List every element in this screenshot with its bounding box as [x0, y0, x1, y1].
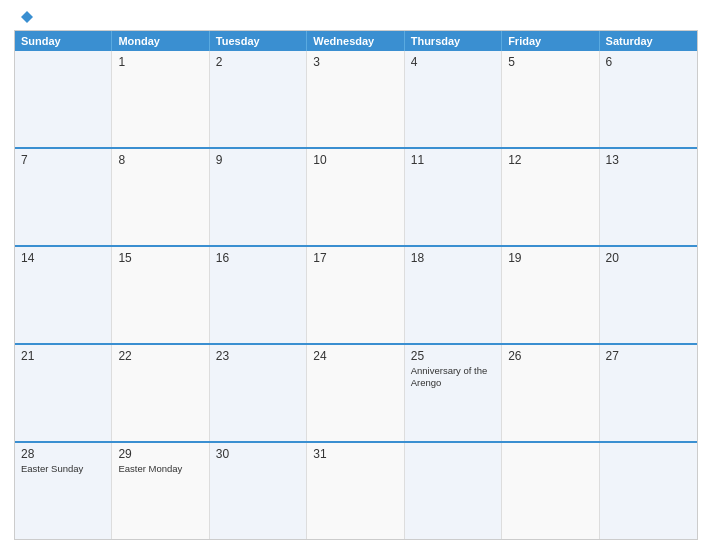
page-header [14, 10, 698, 24]
calendar-cell: 13 [600, 149, 697, 245]
logo [18, 10, 34, 24]
calendar-cell: 11 [405, 149, 502, 245]
day-number: 1 [118, 55, 202, 69]
header-cell-sunday: Sunday [15, 31, 112, 51]
header-cell-saturday: Saturday [600, 31, 697, 51]
calendar-body: 1234567891011121314151617181920212223242… [15, 51, 697, 539]
day-number: 20 [606, 251, 691, 265]
calendar-grid: SundayMondayTuesdayWednesdayThursdayFrid… [14, 30, 698, 540]
header-cell-friday: Friday [502, 31, 599, 51]
day-number: 25 [411, 349, 495, 363]
calendar-cell: 3 [307, 51, 404, 147]
calendar-week-5: 28Easter Sunday29Easter Monday3031 [15, 441, 697, 539]
day-number: 26 [508, 349, 592, 363]
day-number: 18 [411, 251, 495, 265]
calendar-cell: 24 [307, 345, 404, 441]
calendar-cell [502, 443, 599, 539]
day-number: 13 [606, 153, 691, 167]
header-cell-thursday: Thursday [405, 31, 502, 51]
calendar-cell: 1 [112, 51, 209, 147]
day-number: 14 [21, 251, 105, 265]
calendar-week-1: 123456 [15, 51, 697, 147]
calendar-cell: 18 [405, 247, 502, 343]
day-number: 21 [21, 349, 105, 363]
day-number: 22 [118, 349, 202, 363]
day-number: 8 [118, 153, 202, 167]
day-number: 27 [606, 349, 691, 363]
calendar-cell: 26 [502, 345, 599, 441]
day-number: 11 [411, 153, 495, 167]
calendar-cell: 22 [112, 345, 209, 441]
calendar-cell: 27 [600, 345, 697, 441]
header-cell-monday: Monday [112, 31, 209, 51]
day-number: 19 [508, 251, 592, 265]
calendar-cell [405, 443, 502, 539]
calendar-cell: 4 [405, 51, 502, 147]
calendar-cell: 16 [210, 247, 307, 343]
logo-flag-icon [20, 10, 34, 24]
day-number: 10 [313, 153, 397, 167]
calendar-cell: 20 [600, 247, 697, 343]
day-number: 2 [216, 55, 300, 69]
calendar-page: SundayMondayTuesdayWednesdayThursdayFrid… [0, 0, 712, 550]
calendar-week-4: 2122232425Anniversary of the Arengo2627 [15, 343, 697, 441]
day-number: 31 [313, 447, 397, 461]
header-cell-wednesday: Wednesday [307, 31, 404, 51]
calendar-header-row: SundayMondayTuesdayWednesdayThursdayFrid… [15, 31, 697, 51]
calendar-cell: 7 [15, 149, 112, 245]
day-number: 28 [21, 447, 105, 461]
calendar-cell: 6 [600, 51, 697, 147]
day-number: 30 [216, 447, 300, 461]
calendar-cell: 23 [210, 345, 307, 441]
calendar-cell: 2 [210, 51, 307, 147]
day-number: 16 [216, 251, 300, 265]
header-cell-tuesday: Tuesday [210, 31, 307, 51]
day-number: 17 [313, 251, 397, 265]
day-number: 4 [411, 55, 495, 69]
calendar-cell: 9 [210, 149, 307, 245]
day-number: 9 [216, 153, 300, 167]
calendar-week-3: 14151617181920 [15, 245, 697, 343]
event-text: Anniversary of the Arengo [411, 365, 495, 390]
calendar-cell [600, 443, 697, 539]
calendar-cell: 15 [112, 247, 209, 343]
day-number: 3 [313, 55, 397, 69]
calendar-cell: 29Easter Monday [112, 443, 209, 539]
day-number: 5 [508, 55, 592, 69]
day-number: 15 [118, 251, 202, 265]
day-number: 12 [508, 153, 592, 167]
calendar-cell: 25Anniversary of the Arengo [405, 345, 502, 441]
calendar-cell: 30 [210, 443, 307, 539]
calendar-cell [15, 51, 112, 147]
calendar-week-2: 78910111213 [15, 147, 697, 245]
calendar-cell: 8 [112, 149, 209, 245]
svg-marker-0 [21, 11, 33, 23]
calendar-cell: 17 [307, 247, 404, 343]
calendar-cell: 5 [502, 51, 599, 147]
day-number: 24 [313, 349, 397, 363]
day-number: 23 [216, 349, 300, 363]
calendar-cell: 10 [307, 149, 404, 245]
calendar-cell: 14 [15, 247, 112, 343]
day-number: 6 [606, 55, 691, 69]
day-number: 29 [118, 447, 202, 461]
calendar-cell: 19 [502, 247, 599, 343]
event-text: Easter Sunday [21, 463, 105, 475]
day-number: 7 [21, 153, 105, 167]
event-text: Easter Monday [118, 463, 202, 475]
calendar-cell: 28Easter Sunday [15, 443, 112, 539]
logo-blue-text [18, 10, 34, 24]
calendar-cell: 31 [307, 443, 404, 539]
calendar-cell: 21 [15, 345, 112, 441]
calendar-cell: 12 [502, 149, 599, 245]
